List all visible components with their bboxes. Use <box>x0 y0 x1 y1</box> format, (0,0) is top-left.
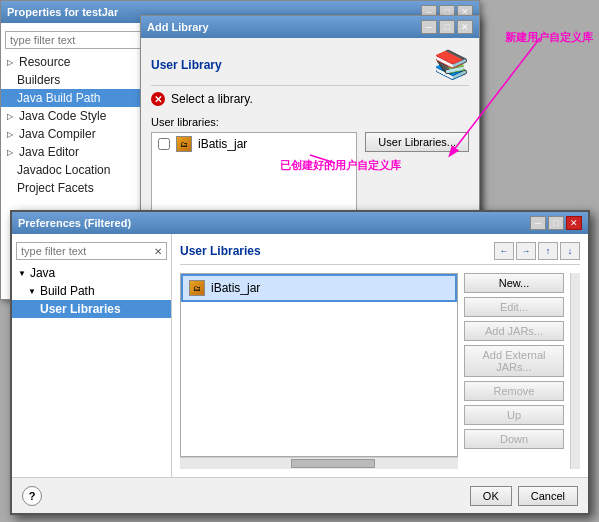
pref-ok-button[interactable]: OK <box>470 486 512 506</box>
add-lib-close[interactable]: ✕ <box>457 20 473 34</box>
add-library-header-text: User Library <box>151 58 222 72</box>
help-button[interactable]: ? <box>22 486 42 506</box>
pref-list-container: 🗂 iBatis_jar <box>180 273 458 469</box>
sidebar-item-java-compiler[interactable]: Java Compiler <box>1 125 148 143</box>
add-external-jars-button[interactable]: Add External JARs... <box>464 345 564 377</box>
pref-toolbar: ← → ↑ ↓ <box>494 242 580 260</box>
add-library-body: User Library 📚 ✕ Select a library. User … <box>141 38 479 222</box>
sidebar-item-java-editor[interactable]: Java Editor <box>1 143 148 161</box>
pref-search-container: ✕ <box>16 242 167 260</box>
toolbar-up[interactable]: ↑ <box>538 242 558 260</box>
down-button[interactable]: Down <box>464 429 564 449</box>
user-libraries-label: User libraries: <box>151 116 469 128</box>
pref-lib-icon: 🗂 <box>189 280 205 296</box>
pref-body: ✕ ▼ Java ▼ Build Path User Libraries Use… <box>12 234 588 477</box>
toolbar-down-arrow[interactable]: ↓ <box>560 242 580 260</box>
pref-title: Preferences (Filtered) <box>18 217 131 229</box>
pref-sidebar: ✕ ▼ Java ▼ Build Path User Libraries <box>12 234 172 477</box>
library-checkbox[interactable] <box>158 138 170 150</box>
books-icon: 📚 <box>434 48 469 81</box>
pref-list-item-ibatis[interactable]: 🗂 iBatis_jar <box>181 274 457 302</box>
pref-content-area: 🗂 iBatis_jar New... Edit... Add JARs... … <box>180 273 580 469</box>
expand-icon-build: ▼ <box>28 287 36 296</box>
sidebar-item-project-facets[interactable]: Project Facets <box>1 179 148 197</box>
library-list-item[interactable]: 🗂 iBatis_jar <box>152 133 356 155</box>
expand-icon: ▼ <box>18 269 26 278</box>
pref-minimize[interactable]: ─ <box>530 216 546 230</box>
pref-main: User Libraries ← → ↑ ↓ 🗂 iBatis_jar <box>172 234 588 477</box>
lib-icon: 🗂 <box>176 136 192 152</box>
add-library-header: User Library 📚 <box>151 48 469 86</box>
pref-tree-java-label: Java <box>30 266 55 280</box>
error-icon: ✕ <box>151 92 165 106</box>
pref-maximize[interactable]: □ <box>548 216 564 230</box>
clear-search-icon[interactable]: ✕ <box>154 246 162 257</box>
add-library-controls: ─ □ ✕ <box>421 20 473 34</box>
preferences-window: Preferences (Filtered) ─ □ ✕ ✕ ▼ Java ▼ … <box>10 210 590 515</box>
new-button[interactable]: New... <box>464 273 564 293</box>
pref-titlebar: Preferences (Filtered) ─ □ ✕ <box>12 212 588 234</box>
add-lib-maximize[interactable]: □ <box>439 20 455 34</box>
add-lib-minimize[interactable]: ─ <box>421 20 437 34</box>
pref-list-area: 🗂 iBatis_jar <box>180 273 458 457</box>
select-library-text: Select a library. <box>171 92 253 106</box>
sidebar-item-java-code-style[interactable]: Java Code Style <box>1 107 148 125</box>
pref-titlebar-controls: ─ □ ✕ <box>530 216 582 230</box>
select-library-message: ✕ Select a library. <box>151 92 469 106</box>
add-library-right-buttons: User Libraries... <box>365 132 469 152</box>
pref-cancel-button[interactable]: Cancel <box>518 486 578 506</box>
toolbar-forward[interactable]: → <box>516 242 536 260</box>
scrollbar-thumb <box>291 459 374 468</box>
pref-tree-user-libraries-label: User Libraries <box>40 302 121 316</box>
horizontal-scrollbar[interactable] <box>180 457 458 469</box>
pref-search-input[interactable] <box>21 245 131 257</box>
annotation-new-library: 新建用户自定义库 <box>505 30 593 45</box>
remove-button[interactable]: Remove <box>464 381 564 401</box>
up-button[interactable]: Up <box>464 405 564 425</box>
sidebar-item-javadoc-location[interactable]: Javadoc Location <box>1 161 148 179</box>
pref-close[interactable]: ✕ <box>566 216 582 230</box>
pref-main-title: User Libraries ← → ↑ ↓ <box>180 242 580 265</box>
add-library-titlebar: Add Library ─ □ ✕ <box>141 16 479 38</box>
user-libraries-button[interactable]: User Libraries... <box>365 132 469 152</box>
pref-tree-build-label: Build Path <box>40 284 95 298</box>
pref-tree-user-libraries[interactable]: User Libraries <box>12 300 171 318</box>
sidebar-item-builders[interactable]: Builders <box>1 71 148 89</box>
library-name: iBatis_jar <box>198 137 247 151</box>
properties-search-input[interactable] <box>5 31 144 49</box>
pref-footer: ? OK Cancel <box>12 477 588 513</box>
pref-lib-name: iBatis_jar <box>211 281 260 295</box>
pref-footer-right: OK Cancel <box>470 486 578 506</box>
add-jars-button[interactable]: Add JARs... <box>464 321 564 341</box>
pref-footer-left: ? <box>22 486 42 506</box>
pref-action-buttons: New... Edit... Add JARs... Add External … <box>464 273 564 469</box>
library-list: 🗂 iBatis_jar <box>151 132 357 212</box>
toolbar-back[interactable]: ← <box>494 242 514 260</box>
properties-title: Properties for testJar <box>7 6 118 18</box>
sidebar-item-resource[interactable]: Resource <box>1 53 148 71</box>
sidebar-item-java-build-path[interactable]: Java Build Path <box>1 89 148 107</box>
add-library-title: Add Library <box>147 21 209 33</box>
edit-button[interactable]: Edit... <box>464 297 564 317</box>
pref-tree-build-path[interactable]: ▼ Build Path <box>12 282 171 300</box>
vertical-scrollbar[interactable] <box>570 273 580 469</box>
pref-tree-java[interactable]: ▼ Java <box>12 264 171 282</box>
